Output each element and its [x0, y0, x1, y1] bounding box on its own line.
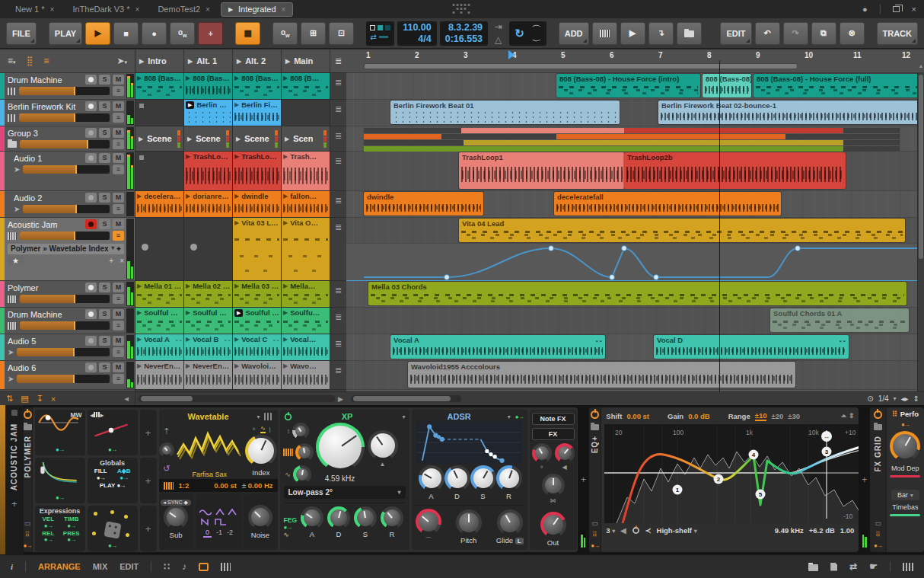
device-power-button[interactable]: [24, 410, 32, 419]
clear-icon[interactable]: ×: [51, 394, 56, 404]
clip-slot-record[interactable]: [135, 218, 184, 280]
index-knob[interactable]: [245, 435, 277, 467]
mod-arrow-icon[interactable]: ●→: [515, 414, 524, 420]
mod-arrow-icon[interactable]: ●→: [56, 446, 64, 453]
touch-mode-icon[interactable]: ☛: [869, 561, 878, 572]
band-type-select[interactable]: High-shelf ▾: [657, 526, 697, 535]
project-tab[interactable]: InTheDark V3 *×: [65, 2, 147, 17]
sustain-knob[interactable]: [470, 465, 496, 491]
volume-fader[interactable]: [20, 321, 110, 330]
eq-point-2[interactable]: 2: [717, 476, 721, 483]
record-arm-button[interactable]: [85, 128, 97, 138]
fader-menu-button[interactable]: ≡: [113, 231, 124, 241]
module-name[interactable]: Perfo: [900, 410, 919, 418]
launcher-clip[interactable]: ▶TrashLoop1: [184, 152, 233, 190]
arranger-track-lane[interactable]: Vita 04 Lead: [346, 218, 917, 281]
position-display[interactable]: 8.3.2.39 0:16.553: [440, 21, 488, 46]
mod-arrow-icon[interactable]: ●→: [56, 494, 64, 501]
volume-fader[interactable]: [17, 375, 110, 383]
play-column-icon[interactable]: ▶: [139, 58, 144, 65]
launcher-clip[interactable]: ▶Mella 02 C…: [184, 281, 233, 307]
zoom-icon[interactable]: ⇕: [849, 412, 855, 420]
range-30[interactable]: ±30: [788, 412, 800, 420]
arranger-track-lane[interactable]: [346, 126, 917, 152]
pointer-tool-icon[interactable]: ➤▾: [116, 56, 127, 66]
launcher-clip[interactable]: ▶fallon…: [282, 191, 330, 217]
range-20[interactable]: ±20: [771, 412, 783, 420]
arranger-clip[interactable]: TrashLoop1: [459, 152, 625, 189]
mute-button[interactable]: M: [113, 309, 124, 319]
mod-routes-icon[interactable]: ●→: [874, 542, 882, 549]
phase-random-icon[interactable]: ↺: [163, 464, 170, 474]
eq-spectrum-display[interactable]: ↔ 1 2 3 4 5 20 100 1k 10k +10 -10: [604, 424, 859, 523]
add-audio-track-button[interactable]: ▶: [620, 22, 645, 45]
note-fx-button[interactable]: Note FX: [532, 413, 575, 425]
track-routing-select[interactable]: Polymer » Wavetable Index▾⌖: [8, 244, 124, 254]
mod-arrow-icon[interactable]: ●→: [108, 446, 116, 453]
decay-knob[interactable]: [444, 465, 470, 491]
sync-badge[interactable]: ◂ SYNC ◆: [161, 500, 191, 506]
remote-controls-icon[interactable]: ▭: [591, 519, 598, 527]
redo-button[interactable]: ↷: [783, 22, 808, 45]
track-stop-all-button[interactable]: ≣: [330, 100, 346, 126]
volume-fader[interactable]: [20, 295, 110, 303]
volume-fader[interactable]: [20, 232, 110, 240]
file-menu-button[interactable]: FILE: [6, 22, 37, 45]
launcher-clip[interactable]: ▶deceleratefall: [135, 191, 184, 217]
launcher-clip[interactable]: ▶Berlin Fire…: [184, 100, 233, 126]
play-button[interactable]: ▶: [85, 22, 110, 45]
inspector-panel-icon[interactable]: [830, 563, 837, 571]
envelope-graph[interactable]: [416, 421, 522, 464]
launcher-clip[interactable]: ▶Soulful Cho…: [135, 308, 184, 334]
arranger-clip[interactable]: Berlin Firework Beat 01: [390, 101, 620, 124]
mapping-grid-icon[interactable]: ⠿: [592, 531, 597, 538]
record-arm-button[interactable]: [85, 153, 97, 163]
spread-knob[interactable]: [159, 442, 174, 458]
launcher-clip[interactable]: ▶Berlin Fire…: [233, 100, 282, 126]
track-stop-all-button[interactable]: ≣: [330, 73, 346, 99]
add-device-button[interactable]: +: [11, 498, 18, 509]
envelope-modulator[interactable]: ●→: [35, 458, 85, 503]
vel-volume-knob[interactable]: [555, 443, 575, 463]
close-automation-button[interactable]: ×: [119, 257, 124, 265]
launcher-clip[interactable]: ▶Soulful Cho…: [184, 308, 233, 334]
device-power-button[interactable]: [591, 410, 599, 419]
track-header[interactable]: Audio 2 S M ➤ ≡: [0, 191, 135, 218]
volume-fader[interactable]: [19, 113, 110, 122]
clip-slot-stop[interactable]: [135, 100, 184, 126]
device-name[interactable]: POLYMER: [24, 436, 32, 478]
launcher-clip[interactable]: ▶Wavoloid1…: [233, 361, 282, 389]
mod-arrow-icon[interactable]: ●→: [901, 421, 910, 428]
tempo-display[interactable]: 110.00 4/4: [397, 21, 437, 46]
cutoff-knob[interactable]: [316, 423, 365, 471]
arranger-track-lane[interactable]: Soulful Chords 01 A: [346, 308, 917, 334]
band-select[interactable]: 3 ▾: [606, 526, 615, 535]
mod-depth-knob[interactable]: [890, 431, 920, 461]
random-modulator[interactable]: ●→: [88, 506, 138, 551]
scene-cell[interactable]: ▶Scen: [282, 126, 330, 151]
favorite-button[interactable]: ★: [8, 257, 24, 265]
fader-menu-button[interactable]: ≡: [113, 204, 124, 214]
launcher-clip[interactable]: ▶Mella 01 C…: [135, 281, 184, 307]
track-header[interactable]: Group 3 S M ≡: [0, 126, 135, 152]
punch-in-icon[interactable]: ⇥: [495, 21, 502, 32]
solo-button[interactable]: S: [99, 362, 110, 372]
filter-env-knob[interactable]: [293, 465, 311, 484]
time-value[interactable]: 0:16.553: [445, 34, 483, 45]
timebase-select[interactable]: Bar ▾: [891, 490, 919, 500]
band-power-button[interactable]: [632, 527, 639, 534]
punch-controls[interactable]: ⇥ △: [491, 21, 506, 46]
track-header[interactable]: Audio 6 S M ➤ ≡: [0, 361, 135, 390]
noise-oscillator[interactable]: Noise: [244, 494, 278, 550]
note-io-icon[interactable]: ♪: [182, 561, 186, 572]
tempo-value[interactable]: 110.00: [403, 22, 432, 34]
vibrato-knob[interactable]: [542, 474, 565, 497]
filter-mode-select[interactable]: Low-pass 2° ▾: [284, 486, 406, 499]
volume-fader[interactable]: [23, 165, 110, 174]
track-stop-all-button[interactable]: ≣: [330, 308, 346, 334]
keytrack-modulator[interactable]: ◂▸ ●→: [88, 410, 138, 455]
launcher-clip[interactable]: ▶Vita 03 Lead: [233, 218, 282, 280]
mute-button[interactable]: M: [113, 219, 124, 229]
device-panel-toggle[interactable]: [199, 563, 209, 571]
device-name[interactable]: FX GRID: [874, 436, 882, 472]
